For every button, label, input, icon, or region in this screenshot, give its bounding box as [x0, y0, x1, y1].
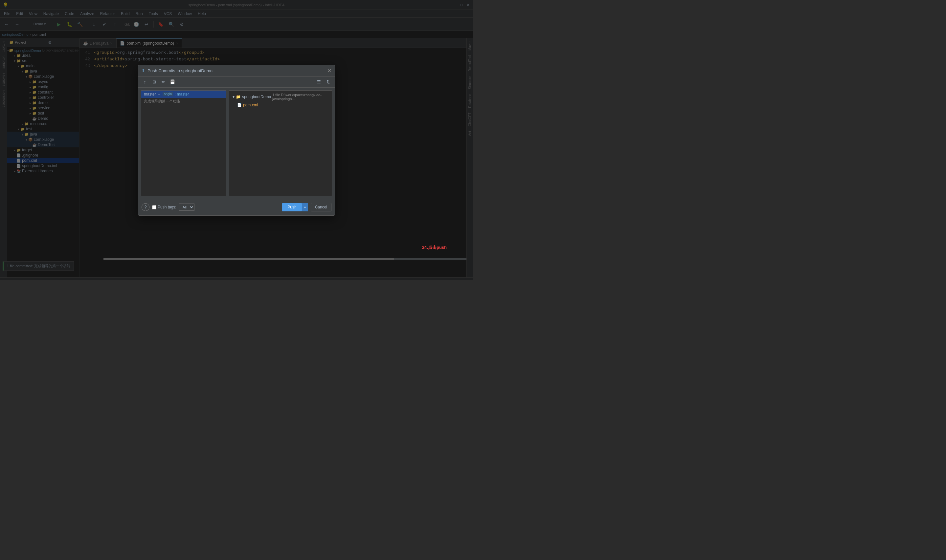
repo-icon: 📁	[236, 95, 241, 99]
repo-details: 1 file D:\workspace\zhangxiao-java\sprin…	[272, 93, 328, 101]
modal-footer: ? Push tags: All Push ▾ Cancel	[138, 199, 335, 215]
push-button[interactable]: Push	[282, 203, 302, 211]
push-tags-checkbox-label[interactable]: Push tags:	[152, 205, 176, 209]
repo-expand-arrow: ▾	[233, 95, 234, 99]
branch-name: master	[144, 92, 156, 97]
push-tags-text: Push tags:	[158, 205, 176, 209]
push-dialog-icon: ⬆	[142, 68, 145, 73]
push-dropdown-arrow[interactable]: ▾	[302, 203, 308, 211]
commit-msg-text: 完成领导的第一个功能	[144, 99, 180, 103]
modal-body: master → origin : master 完成领导的第一个功能 ▾ 📁	[138, 88, 335, 199]
changed-file-pom[interactable]: 📄 pom.xml	[231, 102, 330, 108]
modal-expand-btn[interactable]: ↕	[141, 78, 149, 86]
push-button-group: Push ▾	[282, 203, 308, 211]
modal-diff-btn[interactable]: ⊞	[150, 78, 158, 86]
pom-file-name: pom.xml	[243, 103, 258, 107]
modal-toolbar: ↕ ⊞ ✏ 💾 ☰ ⇅	[138, 77, 335, 88]
commit-branch-label: master → origin : master	[144, 92, 223, 97]
arrow-icon: →	[157, 92, 161, 97]
repo-name: springbootDemo	[242, 95, 271, 99]
changed-files-panel: ▾ 📁 springbootDemo 1 file D:\workspace\z…	[229, 90, 332, 196]
pom-file-icon: 📄	[237, 103, 242, 107]
origin-tag: origin	[163, 92, 173, 96]
modal-sort-btn[interactable]: ⇅	[324, 78, 332, 86]
modal-overlay[interactable]: ⬆ Push Commits to springbootDemo ✕ ↕ ⊞ ✏…	[0, 0, 473, 280]
push-commits-dialog: ⬆ Push Commits to springbootDemo ✕ ↕ ⊞ ✏…	[138, 65, 335, 216]
push-tags-checkbox[interactable]	[152, 205, 156, 209]
modal-header: ⬆ Push Commits to springbootDemo ✕	[138, 65, 335, 77]
commit-item-master[interactable]: master → origin : master	[141, 91, 226, 98]
modal-group-btn[interactable]: ☰	[315, 78, 323, 86]
remote-master: master	[177, 92, 189, 97]
cancel-button[interactable]: Cancel	[311, 203, 331, 211]
colon: :	[174, 92, 176, 97]
commits-list: master → origin : master 完成领导的第一个功能	[141, 90, 226, 196]
modal-edit-btn[interactable]: ✏	[159, 78, 167, 86]
modal-close-button[interactable]: ✕	[327, 68, 331, 74]
push-label: Push	[287, 205, 296, 209]
commit-message: 完成领导的第一个功能	[141, 98, 226, 105]
modal-save-btn[interactable]: 💾	[168, 78, 176, 86]
push-dialog-title: Push Commits to springbootDemo	[148, 68, 325, 73]
help-button[interactable]: ?	[142, 203, 149, 211]
repo-item[interactable]: ▾ 📁 springbootDemo 1 file D:\workspace\z…	[231, 92, 330, 102]
push-tags-dropdown[interactable]: All	[179, 203, 194, 211]
